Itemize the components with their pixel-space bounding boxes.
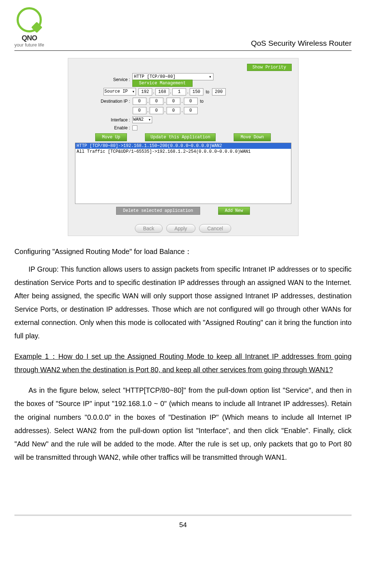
dot-separator: . xyxy=(186,89,189,94)
service-select[interactable]: HTTP [TCP/80~80] ▾ xyxy=(132,73,213,80)
service-value: HTTP [TCP/80~80] xyxy=(134,74,176,79)
chevron-down-icon: ▾ xyxy=(148,117,151,122)
footer-button-bar: Back Apply Cancel xyxy=(68,221,298,236)
service-management-button[interactable]: Service Management xyxy=(132,80,193,87)
service-label: Service : xyxy=(75,77,132,82)
dot-separator: . xyxy=(164,99,166,104)
move-down-button[interactable]: Move Down xyxy=(234,133,271,141)
show-priority-button[interactable]: Show Priority xyxy=(247,64,292,71)
move-up-button[interactable]: Move Up xyxy=(95,133,127,141)
dot-separator: . xyxy=(181,108,183,113)
update-application-button[interactable]: Update this Application xyxy=(145,133,216,141)
source-ip-select[interactable]: Source IP ▾ xyxy=(103,88,136,95)
qno-logo-icon xyxy=(17,7,42,32)
cancel-button[interactable]: Cancel xyxy=(199,224,231,233)
dest-ip2-octet2[interactable] xyxy=(150,107,163,114)
interface-select[interactable]: WAN2 ▾ xyxy=(132,116,152,123)
interface-value: WAN2 xyxy=(133,117,144,122)
src-ip-octet2[interactable] xyxy=(155,88,169,95)
dest-ip2-octet3[interactable] xyxy=(167,107,180,114)
example-heading: Example 1：How do I set up the Assigned R… xyxy=(14,350,352,377)
dest-ip1-octet2[interactable] xyxy=(150,98,163,105)
to-label: to xyxy=(198,99,206,104)
paragraph-ipgroup: IP Group: This function allows users to … xyxy=(14,263,352,343)
interface-label: Interface : xyxy=(75,117,132,122)
delete-selected-button[interactable]: Delete selected application xyxy=(116,207,200,215)
dot-separator: . xyxy=(147,108,149,113)
rule-row[interactable]: All Traffic [TCP&UDP/1~65535]->192.168.1… xyxy=(75,149,291,155)
dest-ip1-octet3[interactable] xyxy=(167,98,180,105)
enable-label: Enable : xyxy=(75,125,132,130)
dest-ip2-octet4[interactable] xyxy=(184,107,198,114)
document-title: QoS Security Wireless Router xyxy=(251,39,352,48)
dot-separator: . xyxy=(169,89,172,94)
to-label: to xyxy=(204,89,212,94)
src-ip-end[interactable] xyxy=(212,88,226,95)
dot-separator: . xyxy=(181,99,183,104)
dot-separator: . xyxy=(164,108,166,113)
dest-ip2-octet1[interactable] xyxy=(133,107,146,114)
dest-ip1-octet4[interactable] xyxy=(184,98,198,105)
source-ip-select-value: Source IP xyxy=(105,89,128,94)
rule-row-selected[interactable]: HTTP [TCP/80~80]->192.168.1.150~200(0.0.… xyxy=(75,143,291,149)
destination-ip-label: Destination IP : xyxy=(75,99,132,104)
paragraph-example: As in the figure below, select "HTTP[TCP… xyxy=(14,384,352,464)
brand-name: QNO xyxy=(22,34,37,42)
brand-tagline: your future life xyxy=(14,42,44,48)
add-new-button[interactable]: Add New xyxy=(218,207,250,215)
dot-separator: . xyxy=(153,89,155,94)
chevron-down-icon: ▾ xyxy=(132,89,135,94)
back-button[interactable]: Back xyxy=(135,224,163,233)
page-footer: 54 xyxy=(14,514,352,529)
src-ip-octet1[interactable] xyxy=(138,88,152,95)
apply-button[interactable]: Apply xyxy=(166,224,195,233)
enable-checkbox[interactable] xyxy=(132,125,137,130)
dot-separator: . xyxy=(147,99,149,104)
page-header: QNO your future life QoS Security Wirele… xyxy=(14,7,352,51)
src-ip-octet4[interactable] xyxy=(190,88,203,95)
src-ip-octet3[interactable] xyxy=(172,88,186,95)
rules-listbox[interactable]: HTTP [TCP/80~80]->192.168.1.150~200(0.0.… xyxy=(75,143,291,204)
dest-ip1-octet1[interactable] xyxy=(133,98,146,105)
section-heading: Configuring "Assigned Routing Mode" for … xyxy=(14,245,352,258)
chevron-down-icon: ▾ xyxy=(209,74,211,80)
page-number: 54 xyxy=(179,521,187,529)
router-config-screenshot: Show Priority Service : HTTP [TCP/80~80]… xyxy=(68,58,299,236)
brand-logo-block: QNO your future life xyxy=(14,7,44,48)
